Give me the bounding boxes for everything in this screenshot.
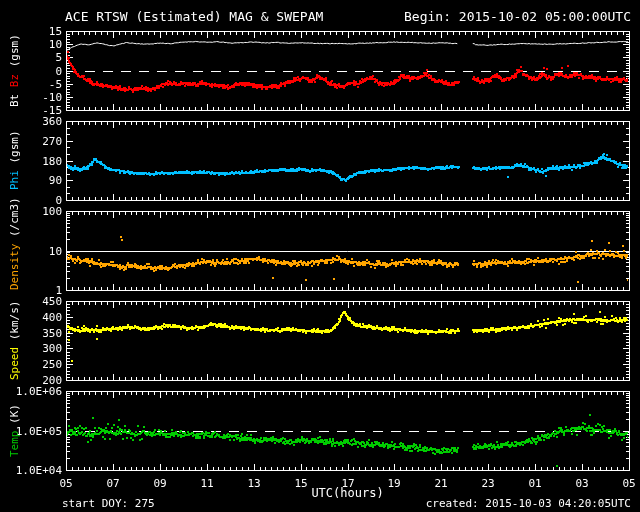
y-axis-label-part: (km/s) [8,301,21,347]
y-axis-label-part: Density [8,244,21,290]
created-timestamp: created: 2015-10-03 04:20:05UTC [426,497,631,510]
y-axis-label-bt-bz: Bt Bz (gsm) [3,31,27,110]
y-axis-label-part: Temp [8,431,21,458]
y-axis-label-part: (gsm) [8,131,21,171]
y-axis-label-part: (gsm) [8,34,21,74]
y-axis-label-part: (/cm3) [8,197,21,243]
chart-canvas [0,0,640,512]
y-axis-label-part: (K) [8,404,21,431]
begin-timestamp: Begin: 2015-10-02 05:00:00UTC [404,9,631,24]
y-axis-label-part: Phi [8,170,21,190]
y-axis-label-density: Density (/cm3) [3,211,27,290]
ace-rtsw-plot-page: ACE RTSW (Estimated) MAG & SWEPAM Begin:… [0,0,640,512]
y-axis-label-temp: Temp (K) [3,391,27,470]
y-axis-label-phi: Phi (gsm) [3,121,27,200]
y-axis-label-part: Bt [8,87,21,107]
start-doy-text: start DOY: 275 [62,497,155,510]
y-axis-label-part: Speed [8,347,21,380]
y-axis-label-speed: Speed (km/s) [3,301,27,380]
page-title: ACE RTSW (Estimated) MAG & SWEPAM [65,9,323,24]
y-axis-label-part: Bz [8,74,21,87]
